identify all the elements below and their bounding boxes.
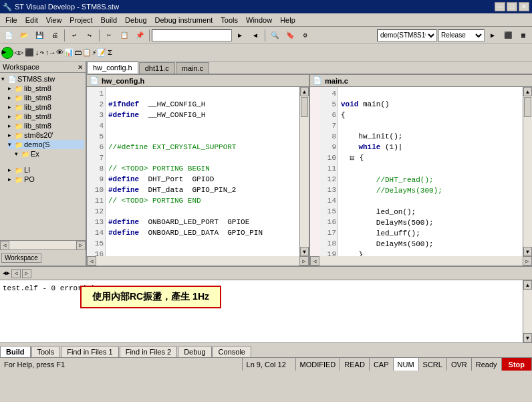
step-over-button[interactable]: ↷	[40, 48, 45, 57]
hscroll-right-btn[interactable]: ▷	[76, 241, 86, 250]
fwd-button[interactable]: ▷	[19, 48, 24, 57]
tree-item-po[interactable]: ▸ 📁 PO	[8, 175, 84, 184]
output-tab-find2[interactable]: Find in Files 2	[120, 346, 177, 357]
breakpoint-button[interactable]: ⬛	[25, 48, 34, 57]
vscroll-up-left[interactable]: ▲	[300, 87, 309, 96]
hscroll-left[interactable]: ◁ ▷	[87, 256, 309, 266]
tree-item-lib1[interactable]: ▸ 📁 lib_stm8	[8, 84, 84, 93]
tree-item-lib4[interactable]: ▸ 📁 lib_stm8	[8, 112, 84, 121]
menu-item-tools[interactable]: Tools	[217, 15, 242, 25]
config-btn3[interactable]: ▦	[516, 28, 531, 43]
output-tab-build[interactable]: Build	[0, 346, 31, 357]
workspace-hscroll[interactable]: ◁ ▷	[0, 240, 86, 249]
output-tab-tools[interactable]: Tools	[31, 346, 61, 357]
tree-item-demo[interactable]: ▾ 📁 demo(S	[8, 140, 84, 149]
vscroll-track-right[interactable]	[523, 96, 532, 247]
hscroll-right-btn-right[interactable]: ▷	[523, 256, 532, 266]
redo-button[interactable]: ↪	[82, 28, 97, 43]
search-input[interactable]	[152, 29, 232, 41]
file-tab-dht11[interactable]: dht11.c	[139, 62, 175, 74]
vscroll-track-left[interactable]	[300, 96, 309, 247]
step-into-button[interactable]: ↓	[35, 49, 39, 57]
vscroll-track-output[interactable]	[523, 290, 532, 333]
locals-button[interactable]: 📊	[64, 48, 74, 57]
build-config-select[interactable]: Release	[438, 29, 485, 41]
hscroll-track[interactable]	[9, 241, 76, 249]
expand-icon[interactable]: ▸	[8, 104, 15, 110]
back-button[interactable]: ◁	[14, 48, 19, 57]
hscroll-right[interactable]: ◁ ▷	[310, 256, 532, 266]
expand-icon[interactable]: ▸	[8, 85, 15, 92]
config-btn2[interactable]: ⬛	[501, 28, 515, 43]
menu-item-debug[interactable]: Debug	[121, 15, 150, 25]
save-button[interactable]: 💾	[32, 28, 47, 43]
device-select[interactable]: demo(STM8S10	[377, 29, 437, 41]
tree-item-li[interactable]: ▸ 📁 LI	[8, 165, 84, 175]
vscroll-down-output[interactable]: ▼	[523, 333, 532, 342]
editor-left-content[interactable]: 123456789101112131415161718 #ifndef __HW…	[87, 87, 309, 256]
expand-icon[interactable]: ▸	[8, 132, 15, 138]
hscroll-left-btn-editor[interactable]: ◁	[87, 256, 96, 266]
code-left[interactable]: #ifndef __HW_CONFIG_H #define __HW_CONFI…	[106, 87, 299, 256]
menu-item-project[interactable]: Project	[65, 15, 96, 25]
menu-item-file[interactable]: File	[1, 15, 21, 25]
new-button[interactable]: 📄	[1, 28, 16, 43]
editor-right-content[interactable]: 45678910111213141516171819 void main() {…	[310, 87, 532, 256]
hscroll-track-right[interactable]	[319, 256, 523, 266]
expand-icon[interactable]: ▾	[1, 76, 8, 82]
vscroll-down-right[interactable]: ▼	[523, 247, 532, 256]
close-workspace-icon[interactable]: ✕	[78, 64, 83, 71]
expand-icon[interactable]: ▸	[8, 176, 15, 183]
vscroll-down-left[interactable]: ▼	[300, 247, 309, 256]
io-button[interactable]: ⚡	[92, 48, 97, 57]
config-btn1[interactable]: ▶	[485, 28, 500, 43]
output-tab-find1[interactable]: Find in Files 1	[61, 346, 118, 357]
menu-item-help[interactable]: Help	[276, 15, 299, 25]
tree-item-lib5[interactable]: ▸ 📁 lib_stm8	[8, 121, 84, 130]
menu-item-build[interactable]: Build	[97, 15, 121, 25]
watch-button[interactable]: 👁	[56, 48, 63, 57]
undo-button[interactable]: ↩	[67, 28, 82, 43]
file-tab-hw-config[interactable]: hw_config.h	[87, 62, 138, 74]
vscroll-right[interactable]: ▲ ▼	[523, 87, 532, 256]
hscroll-left-btn-right[interactable]: ◁	[310, 256, 319, 266]
symbol-button[interactable]: Σ	[108, 49, 112, 57]
vscroll-up-right[interactable]: ▲	[523, 87, 532, 96]
tree-item-lib3[interactable]: ▸ 📁 lib_stm8	[8, 102, 84, 112]
find-button[interactable]: 🔍	[267, 28, 282, 43]
hscroll-track-editor[interactable]	[96, 256, 299, 266]
output-nav-prev[interactable]: ◁	[11, 269, 21, 278]
expand-icon[interactable]: ▸	[8, 122, 15, 129]
expand-icon[interactable]: ▾	[8, 141, 15, 148]
search-go-button[interactable]: ▶	[233, 28, 247, 43]
menu-item-window[interactable]: Window	[242, 15, 276, 25]
menu-item-view[interactable]: View	[42, 15, 66, 25]
file-tab-main[interactable]: main.c	[176, 62, 209, 74]
minimize-button[interactable]: —	[495, 2, 505, 11]
expand-icon[interactable]: ▸	[8, 167, 15, 173]
menu-item-debug instrument[interactable]: Debug instrument	[151, 15, 217, 25]
expand-icon[interactable]: ▾	[15, 150, 21, 157]
output-tab-debug[interactable]: Debug	[178, 346, 211, 357]
step-out-button[interactable]: ↑	[45, 49, 49, 57]
vscroll-up-output[interactable]: ▲	[523, 280, 532, 290]
workspace-tab-button[interactable]: Workspace	[1, 253, 41, 263]
search-prev-button[interactable]: ◀	[248, 28, 263, 43]
disasm-button[interactable]: 📝	[97, 48, 106, 57]
run-to-cursor-button[interactable]: →	[50, 49, 55, 57]
print-button[interactable]: 🖨	[47, 28, 62, 43]
stop-button[interactable]: Stop	[502, 358, 532, 371]
tree-item-lib2[interactable]: ▸ 📁 lib_stm8	[8, 93, 84, 102]
vscroll-left[interactable]: ▲ ▼	[299, 87, 309, 256]
copy-button[interactable]: 📋	[117, 28, 132, 43]
output-nav-next[interactable]: ▷	[22, 269, 31, 278]
memory-button[interactable]: 🗃	[74, 48, 82, 57]
tree-item-stm8s20[interactable]: ▸ 📁 stm8s20'	[8, 130, 84, 140]
paste-button[interactable]: 📌	[132, 28, 147, 43]
close-button[interactable]: ✕	[519, 2, 529, 11]
hscroll-right-btn-editor[interactable]: ▷	[299, 256, 309, 266]
code-right[interactable]: void main() { hw_init(); while (1)| ⊟ { …	[338, 87, 523, 256]
registers-button[interactable]: 📋	[82, 48, 92, 57]
run-button[interactable]: ▶	[1, 47, 13, 59]
open-button[interactable]: 📂	[17, 28, 31, 43]
